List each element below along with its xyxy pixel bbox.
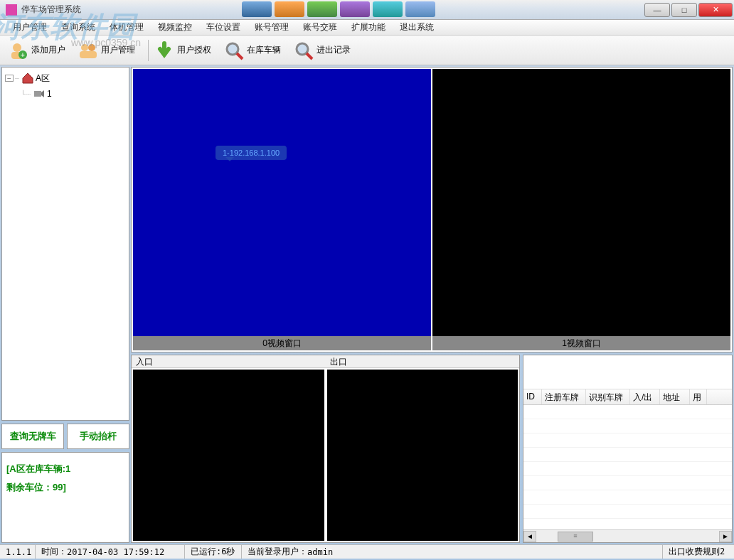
- col-user[interactable]: 用: [690, 389, 707, 404]
- menu-extensions[interactable]: 扩展功能: [344, 21, 393, 33]
- video-ip-tooltip: 1-192.168.1.100: [216, 146, 287, 160]
- statusbar: 1.1.1 时间：2017-04-03 17:59:12 已运行:6秒 当前登录…: [0, 544, 734, 559]
- minimize-button[interactable]: —: [644, 3, 670, 17]
- col-direction[interactable]: 入/出: [630, 389, 660, 404]
- col-address[interactable]: 地址: [660, 389, 690, 404]
- decorative-pills: [242, 1, 435, 17]
- manual-lift-button[interactable]: 手动抬杆: [67, 424, 129, 449]
- tree-root-row[interactable]: − ┈ A区: [5, 70, 126, 86]
- svg-line-8: [237, 53, 243, 59]
- entry-image[interactable]: [133, 370, 324, 541]
- tool-in-vehicles[interactable]: 在库车辆: [221, 38, 291, 63]
- col-reg-plate[interactable]: 注册车牌: [542, 389, 586, 404]
- menubar: 用户管理 查询系统 体机管理 视频监控 车位设置 账号管理 账号交班 扩展功能 …: [0, 20, 734, 36]
- status-version: 1.1.1: [0, 545, 36, 559]
- io-panel: 入口 出口: [131, 355, 520, 543]
- tool-user-auth-label: 用户授权: [177, 44, 211, 56]
- user-add-icon: +: [9, 41, 28, 60]
- exit-header: 出口: [326, 355, 520, 368]
- table-row[interactable]: [523, 490, 732, 505]
- menu-query-system[interactable]: 查询系统: [54, 21, 102, 33]
- svg-point-4: [81, 44, 88, 51]
- tree-collapse-icon[interactable]: −: [5, 75, 14, 82]
- tool-user-manage[interactable]: 用户管理: [75, 38, 145, 63]
- tool-add-user[interactable]: + 添加用户: [6, 38, 75, 63]
- home-icon: [21, 72, 34, 85]
- status-user: 当前登录用户：admin: [242, 545, 663, 559]
- tree-connector: ┈: [15, 75, 20, 82]
- menu-machine-manage[interactable]: 体机管理: [102, 21, 151, 33]
- tool-io-records-label: 进出记录: [317, 44, 351, 56]
- parking-info: [A区在库车辆:1 剩余车位：99]: [1, 452, 129, 543]
- scroll-right-button[interactable]: ►: [719, 531, 732, 542]
- records-body[interactable]: [523, 405, 732, 526]
- col-rec-plate[interactable]: 识别车牌: [586, 389, 630, 404]
- menu-account-manage[interactable]: 账号管理: [248, 21, 296, 33]
- svg-point-5: [88, 44, 95, 51]
- maximize-button[interactable]: □: [671, 3, 697, 17]
- status-time: 时间：2017-04-03 17:59:12: [36, 545, 185, 559]
- svg-point-7: [227, 43, 238, 55]
- scroll-thumb[interactable]: ≡: [558, 532, 593, 542]
- video-pane-1[interactable]: [432, 69, 730, 336]
- records-header: ID 注册车牌 识别车牌 入/出 地址 用: [523, 389, 732, 405]
- menu-video-monitor[interactable]: 视频监控: [151, 21, 199, 33]
- menu-exit[interactable]: 退出系统: [393, 21, 441, 33]
- exit-image[interactable]: [327, 370, 518, 541]
- status-runtime: 已运行:6秒: [185, 545, 242, 559]
- col-id[interactable]: ID: [523, 389, 542, 404]
- entry-header: 入口: [132, 355, 326, 368]
- table-row[interactable]: [523, 476, 732, 490]
- table-row[interactable]: [523, 448, 732, 462]
- tree-connector: └┈: [21, 90, 31, 98]
- records-panel: ID 注册车牌 识别车牌 入/出 地址 用: [523, 355, 733, 543]
- records-blank-top: [523, 355, 732, 389]
- tool-io-records[interactable]: 进出记录: [291, 38, 361, 63]
- info-in-stock: [A区在库车辆:1: [6, 460, 124, 478]
- close-button[interactable]: ✕: [698, 3, 733, 17]
- video-label-0: 0视频窗口: [133, 336, 431, 350]
- scroll-left-button[interactable]: ◄: [523, 531, 536, 542]
- svg-line-10: [307, 53, 312, 59]
- menu-parking-setting[interactable]: 车位设置: [199, 21, 248, 33]
- horizontal-scrollbar[interactable]: ◄ ≡ ►: [523, 529, 732, 542]
- users-icon: [78, 41, 98, 60]
- svg-point-9: [297, 43, 308, 55]
- menu-user-manage[interactable]: 用户管理: [6, 21, 54, 33]
- toolbar: + 添加用户 用户管理 用户授权 在库车辆 进出记录: [0, 36, 734, 65]
- tool-user-manage-label: 用户管理: [101, 44, 135, 56]
- camera-icon: [33, 87, 46, 100]
- records-grid[interactable]: ID 注册车牌 识别车牌 入/出 地址 用: [523, 389, 732, 529]
- svg-rect-6: [80, 51, 97, 58]
- table-row[interactable]: [523, 419, 732, 434]
- app-icon: [6, 4, 17, 16]
- tool-in-vehicles-label: 在库车辆: [247, 44, 281, 56]
- zone-tree[interactable]: − ┈ A区 └┈ 1: [1, 67, 129, 421]
- query-no-plate-button[interactable]: 查询无牌车: [1, 424, 64, 449]
- svg-rect-11: [34, 91, 41, 97]
- info-remaining: 剩余车位：99]: [6, 478, 124, 497]
- svg-text:+: +: [21, 51, 25, 59]
- tool-add-user-label: 添加用户: [31, 44, 65, 56]
- tree-child-row[interactable]: └┈ 1: [5, 86, 126, 102]
- status-fee-rule: 出口收费规则2: [663, 545, 734, 559]
- tree-child-label: 1: [47, 89, 52, 99]
- table-row[interactable]: [523, 434, 732, 448]
- tool-user-auth[interactable]: 用户授权: [151, 38, 221, 63]
- tree-root-label: A区: [36, 72, 50, 85]
- video-pane-0[interactable]: 1-192.168.1.100: [133, 69, 431, 336]
- search-icon: [294, 41, 314, 60]
- toolbar-separator: [148, 40, 149, 61]
- menu-account-shift[interactable]: 账号交班: [296, 21, 344, 33]
- table-row[interactable]: [523, 405, 732, 419]
- video-label-1: 1视频窗口: [432, 336, 730, 350]
- download-arrow-icon: [154, 41, 174, 60]
- table-row[interactable]: [523, 505, 732, 519]
- video-panel: 1-192.168.1.100 0视频窗口 1视频窗口: [131, 67, 733, 352]
- table-row[interactable]: [523, 462, 732, 476]
- search-icon: [224, 41, 244, 60]
